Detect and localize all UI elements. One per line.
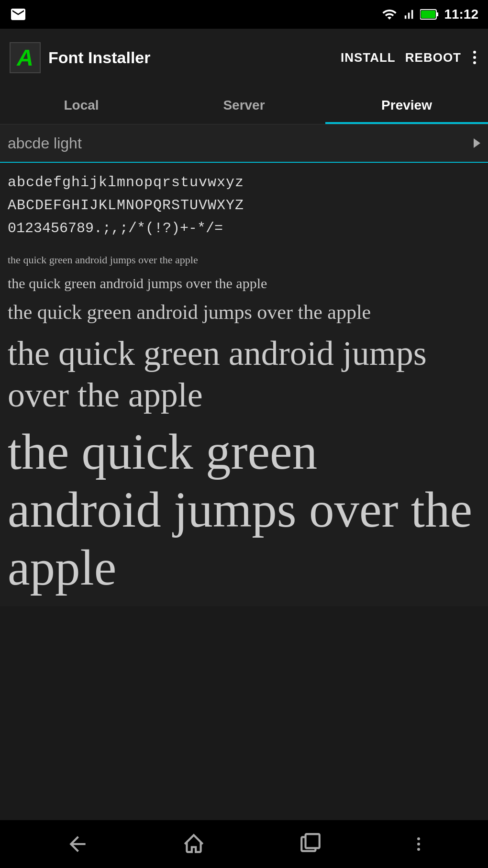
status-bar-right: 11:12 bbox=[382, 7, 478, 22]
preview-sentence-xs: the quick green android jumps over the a… bbox=[8, 253, 480, 268]
overflow-dot-3 bbox=[473, 61, 476, 64]
recents-button[interactable] bbox=[299, 832, 322, 856]
bottom-overflow-icon bbox=[417, 837, 420, 851]
install-button[interactable]: INSTALL bbox=[341, 50, 396, 65]
preview-numbers: 0123456789.;,;/*(!?)+-*/= bbox=[8, 218, 480, 238]
status-bar: 11:12 bbox=[0, 0, 488, 29]
dropdown-arrow-icon bbox=[474, 138, 480, 148]
app-bar-actions: INSTALL REBOOT bbox=[341, 48, 478, 67]
svg-rect-1 bbox=[436, 12, 438, 16]
status-bar-notifications bbox=[10, 0, 27, 29]
overflow-menu-button[interactable] bbox=[471, 48, 478, 67]
app-logo: A bbox=[10, 42, 41, 73]
home-button[interactable] bbox=[182, 832, 206, 856]
preview-content: abcdefghijklmnopqrstuvwxyz ABCDEFGHIJKLM… bbox=[0, 163, 488, 606]
app-title: Font Installer bbox=[48, 48, 333, 67]
bottom-overflow-button[interactable] bbox=[415, 835, 422, 853]
recents-icon bbox=[299, 832, 322, 856]
tab-preview[interactable]: Preview bbox=[325, 86, 488, 124]
bottom-nav bbox=[0, 820, 488, 868]
overflow-dot-2 bbox=[473, 56, 476, 59]
app-bar: A Font Installer INSTALL REBOOT bbox=[0, 29, 488, 86]
app-logo-letter: A bbox=[17, 45, 33, 71]
email-icon bbox=[10, 6, 27, 23]
status-time: 11:12 bbox=[444, 7, 478, 22]
svg-rect-2 bbox=[421, 11, 435, 18]
svg-rect-4 bbox=[305, 834, 319, 848]
back-icon bbox=[66, 832, 89, 856]
home-icon bbox=[182, 832, 206, 856]
font-preview-area: abcdefghijklmnopqrstuvwxyz ABCDEFGHIJKLM… bbox=[8, 172, 480, 597]
reboot-button[interactable]: REBOOT bbox=[405, 50, 461, 65]
font-search-input[interactable] bbox=[8, 135, 474, 152]
preview-alphabet-upper: ABCDEFGHIJKLMNOPQRSTUVWXYZ bbox=[8, 195, 480, 215]
tabs: Local Server Preview bbox=[0, 86, 488, 124]
search-bar bbox=[0, 124, 488, 163]
preview-sentence-sm: the quick green android jumps over the a… bbox=[8, 273, 480, 293]
main-content[interactable]: abcdefghijklmnopqrstuvwxyz ABCDEFGHIJKLM… bbox=[0, 124, 488, 820]
tab-server[interactable]: Server bbox=[163, 86, 325, 124]
overflow-dot-1 bbox=[473, 51, 476, 54]
wifi-icon bbox=[382, 7, 397, 22]
preview-sentence-md: the quick green android jumps over the a… bbox=[8, 299, 480, 326]
battery-icon bbox=[420, 9, 439, 20]
preview-alphabet-lower: abcdefghijklmnopqrstuvwxyz bbox=[8, 172, 480, 192]
preview-sentence-lg: the quick green android jumps over the a… bbox=[8, 333, 480, 416]
signal-icon bbox=[402, 7, 415, 22]
preview-sentence-xl: the quick green android jumps over the a… bbox=[8, 423, 480, 597]
back-button[interactable] bbox=[66, 832, 89, 856]
tab-local[interactable]: Local bbox=[0, 86, 163, 124]
